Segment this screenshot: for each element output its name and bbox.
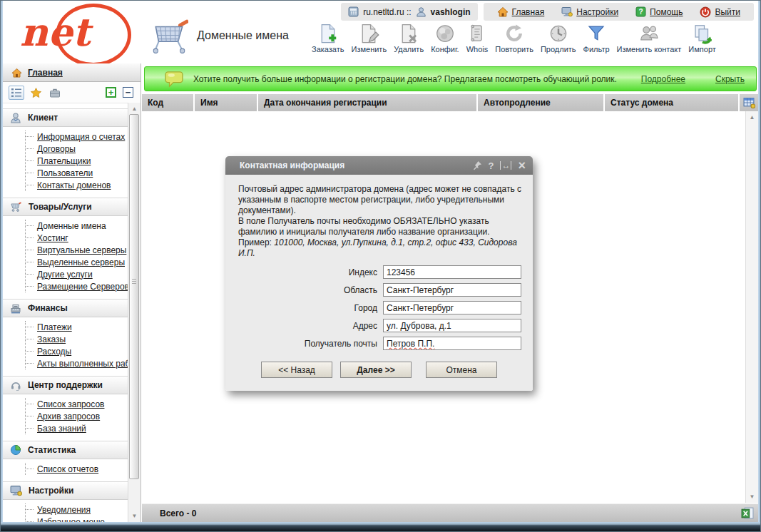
main-scrollbar[interactable]: ▲ ▼ [745,111,758,503]
toolbar-prolong-button[interactable]: Продлить [541,23,576,53]
list-item: Плательщики [26,155,128,167]
menu-list-view-button[interactable] [9,86,24,100]
dialog-buttons: << Назад Далее >> Отмена [261,362,521,378]
mail-recipient-label: Получатель почты [238,339,383,349]
sidebar-item-knowledge-base[interactable]: База знаний [37,424,86,434]
username: vashlogin [431,7,471,17]
close-icon[interactable]: × [518,159,526,172]
list-item: Архив запросов [26,410,128,422]
power-icon [700,6,711,18]
table-gear-icon [743,97,755,108]
nav-logout[interactable]: Выйти [700,6,740,18]
column-name[interactable]: Имя [195,94,258,111]
page-title: Доменные имена [197,29,289,42]
address-input[interactable]: ул. Дуброва, д.1 [383,319,521,332]
column-expiry-date[interactable]: Дата окончания регистрации [258,94,478,111]
sidebar-item-request-list[interactable]: Список запросов [37,399,104,409]
city-input[interactable]: Санкт-Петербург [383,301,521,314]
nav-home[interactable]: Главная [497,6,545,17]
list-item: Расходы [26,345,128,357]
scroll-up-icon[interactable]: ▲ [128,106,141,112]
sidebar-item-payments[interactable]: Платежи [37,322,72,332]
sidebar-item-contracts[interactable]: Договоры [37,144,76,154]
scroll-down-icon[interactable]: ▼ [746,493,758,500]
notice-more-link[interactable]: Подробнее [641,74,685,84]
sidebar-item-payers[interactable]: Плательщики [37,156,91,166]
sidebar-item-accounts-info[interactable]: Информация о счетах [37,132,125,142]
list-item: Хостинг [26,232,128,244]
clock-icon [548,23,569,44]
form-row: Область Санкт-Петербург [238,283,521,297]
help-icon: ? [635,6,646,17]
status-bar: Всего - 0 [142,503,758,522]
pin-icon[interactable] [472,160,482,170]
column-domain-status[interactable]: Статус домена [605,94,738,111]
toolbar-delete-button[interactable]: Удалить [394,23,424,53]
toolbar-order-button[interactable]: Заказать [312,23,344,53]
sidebar-item-dedicated-servers[interactable]: Выделенные серверы [37,257,125,267]
sidebar-item-users[interactable]: Пользователи [37,168,93,178]
address-label: Адрес [238,321,383,331]
toolbar-repeat-button[interactable]: Повторить [495,23,533,53]
dialog-help-icon[interactable]: ? [489,161,494,170]
table-settings-button[interactable] [738,94,758,111]
sidebar-item-report-list[interactable]: Список отчетов [37,464,98,474]
cancel-button[interactable]: Отмена [426,362,497,378]
sidebar-item-other-services[interactable]: Другие услуги [37,270,93,280]
dialog-description-1: Почтовый адрес администратора домена (ад… [238,184,521,216]
toolbar-edit-contact-button[interactable]: Изменить контакт [617,23,682,53]
toolbar-config-button[interactable]: Конфиг. [431,23,459,53]
sidebar-home-link[interactable]: Главная [28,68,63,78]
menu-favorites-view-button[interactable] [28,86,44,100]
notice-hide-link[interactable]: Скрыть [715,74,745,84]
toolbar-whois-button[interactable]: Whois [466,23,489,53]
postal-code-input[interactable]: 123456 [383,265,521,279]
scroll-up-icon[interactable]: ▲ [746,114,758,121]
sidebar-item-notifications[interactable]: Уведомления [37,505,91,515]
sidebar-item-domain-names[interactable]: Доменные имена [37,221,106,231]
menu-briefcase-view-button[interactable] [47,86,63,100]
toolbar-edit-button[interactable]: Изменить [352,23,387,53]
dialog-resize-icon[interactable]: ↔ [500,161,511,170]
collapse-all-button[interactable]: − [123,87,133,98]
list-item: Избранное меню [26,516,128,522]
list-item: Уведомления [26,503,128,516]
sidebar-item-orders[interactable]: Заказы [37,334,66,344]
region-input[interactable]: Санкт-Петербург [383,283,521,297]
speech-bubble-icon [165,71,183,88]
nav-segment: Главная Настройки ? Помощь Выйти [484,3,754,21]
table-header: Код Имя Дата окончания регистрации Автоп… [142,94,758,111]
expand-all-button[interactable]: + [106,87,116,98]
sidebar-menu: Клиент Информация о счетах Договоры Плат… [3,103,128,522]
list-item: Выделенные серверы [26,256,128,268]
mail-recipient-input[interactable]: Петров П.П. [383,337,521,350]
nav-help[interactable]: ? Помощь [635,6,683,17]
sidebar-item-work-acts[interactable]: Акты выполненных работ [37,359,128,369]
column-autorenew[interactable]: Автопродление [478,94,605,111]
sidebar-item-colocation[interactable]: Размещение Серверов [37,282,128,292]
sidebar-item-hosting[interactable]: Хостинг [37,233,68,243]
export-excel-button[interactable] [741,507,754,519]
column-code[interactable]: Код [142,94,195,111]
sidebar-item-domain-contacts[interactable]: Контакты доменов [37,180,111,190]
sidebar-section-statistics: Статистика Список отчетов [3,441,128,475]
sidebar-item-virtual-servers[interactable]: Виртуальные серверы [37,245,126,255]
sidebar-item-favorites-menu[interactable]: Избранное меню [37,517,105,523]
sidebar-scrollbar[interactable]: ▲ ▼ [128,103,141,522]
cash-register-icon [10,303,21,314]
list-item: Виртуальные серверы [26,244,128,256]
next-button[interactable]: Далее >> [340,362,412,378]
back-button[interactable]: << Назад [261,362,332,378]
form-row: Адрес ул. Дуброва, д.1 [238,319,521,332]
sidebar-item-expenses[interactable]: Расходы [37,347,71,357]
scroll-down-icon[interactable]: ▼ [128,513,141,519]
sidebar-item-request-archive[interactable]: Архив запросов [37,411,100,421]
logo-ring-icon [56,4,131,66]
toolbar-import-button[interactable]: Импорт [688,23,715,53]
calculator-icon [348,6,359,17]
scrollbar-thumb[interactable] [129,114,139,479]
sidebar-section-support: Центр поддержки Список запросов Архив за… [3,376,128,434]
section-header: Клиент [3,108,128,127]
nav-settings[interactable]: Настройки [561,6,618,17]
toolbar-filter-button[interactable]: Фильтр [583,23,610,53]
